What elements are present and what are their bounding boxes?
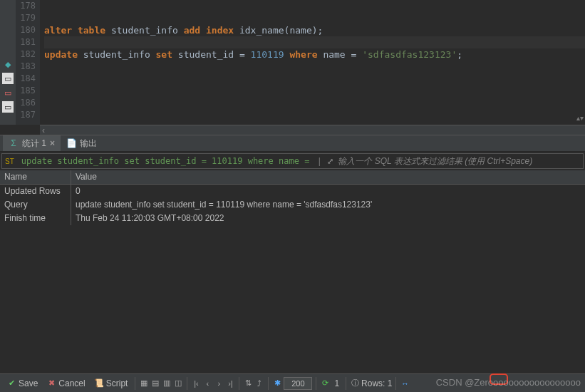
cancel-button[interactable]: ✖ Cancel bbox=[43, 377, 88, 390]
page-size-input[interactable] bbox=[284, 377, 312, 390]
line-gutter: 178 179 180 181 182 183 184 185 186 187 bbox=[16, 0, 40, 125]
export-icon[interactable]: ⤴ bbox=[254, 378, 264, 388]
first-icon[interactable]: |‹ bbox=[191, 378, 201, 388]
tab-stats[interactable]: Σ 统计 1 × bbox=[3, 135, 61, 151]
divider: | bbox=[314, 156, 325, 166]
editor-side-icons: ◆ ▭ ▭ ▭ bbox=[0, 0, 16, 125]
table-row[interactable]: Query update student_info set student_id… bbox=[0, 198, 585, 212]
tab-output[interactable]: 📄 输出 bbox=[61, 135, 103, 151]
x-icon: ✖ bbox=[46, 378, 56, 388]
grid3-icon[interactable]: ▥ bbox=[162, 378, 172, 388]
prev-icon[interactable]: ‹ bbox=[202, 378, 212, 388]
col-header-name[interactable]: Name bbox=[0, 170, 71, 184]
close-icon[interactable]: × bbox=[50, 138, 55, 148]
horizontal-scrollbar[interactable] bbox=[40, 125, 585, 135]
sql-filter-bar: ST update student_info set student_id = … bbox=[1, 153, 584, 169]
script-icon: 📜 bbox=[94, 378, 104, 388]
check-icon: ✔ bbox=[6, 378, 16, 388]
page3-icon[interactable]: ▭ bbox=[2, 101, 14, 113]
doc-icon: 📄 bbox=[66, 138, 76, 148]
filter-input-hint[interactable]: 输入一个 SQL 表达式来过滤结果 (使用 Ctrl+Space) bbox=[335, 155, 583, 167]
page-icon[interactable]: ▭ bbox=[2, 73, 14, 84]
code-editor[interactable]: alter table student_info add index idx_n… bbox=[40, 0, 585, 125]
gear-icon[interactable]: ✱ bbox=[272, 378, 282, 388]
marker-icon[interactable]: ◆ bbox=[2, 58, 14, 70]
page2-icon[interactable]: ▭ bbox=[2, 87, 14, 98]
executed-query: update student_info set student_id = 110… bbox=[17, 156, 314, 166]
sigma-icon: Σ bbox=[9, 138, 19, 148]
tab-label: 输出 bbox=[80, 138, 97, 150]
table-row[interactable]: Finish time Thu Feb 24 11:20:03 GMT+08:0… bbox=[0, 212, 585, 225]
rows-label: Rows: 1 bbox=[361, 378, 392, 388]
expand-icon[interactable]: ⤢ bbox=[325, 156, 335, 166]
table-row[interactable]: Updated Rows 0 bbox=[0, 185, 585, 198]
tab-label: 统计 1 bbox=[22, 138, 46, 150]
save-button[interactable]: ✔ Save bbox=[3, 377, 41, 390]
result-tabs: Σ 统计 1 × 📄 输出 bbox=[0, 135, 585, 152]
sync-icon[interactable]: ↔ bbox=[400, 378, 410, 388]
page-count: 1 bbox=[331, 378, 342, 388]
grid1-icon[interactable]: ▦ bbox=[139, 378, 149, 388]
grid2-icon[interactable]: ▤ bbox=[150, 378, 160, 388]
panel-icon[interactable]: ◫ bbox=[173, 378, 183, 388]
script-button[interactable]: 📜 Script bbox=[90, 377, 132, 390]
editor-minimap-ctrl[interactable]: ▴▾ bbox=[576, 114, 584, 122]
annotation-highlight bbox=[490, 373, 508, 385]
last-icon[interactable]: ›| bbox=[225, 378, 235, 388]
refresh-icon[interactable]: ⟳ bbox=[320, 378, 330, 388]
info-icon: ⓘ bbox=[350, 378, 360, 388]
result-table: Name Value Updated Rows 0 Query update s… bbox=[0, 170, 585, 388]
col-header-value[interactable]: Value bbox=[71, 170, 585, 184]
sql-badge-icon: ST bbox=[2, 158, 17, 165]
next-icon[interactable]: › bbox=[214, 378, 224, 388]
reorder-icon[interactable]: ⇅ bbox=[243, 378, 253, 388]
